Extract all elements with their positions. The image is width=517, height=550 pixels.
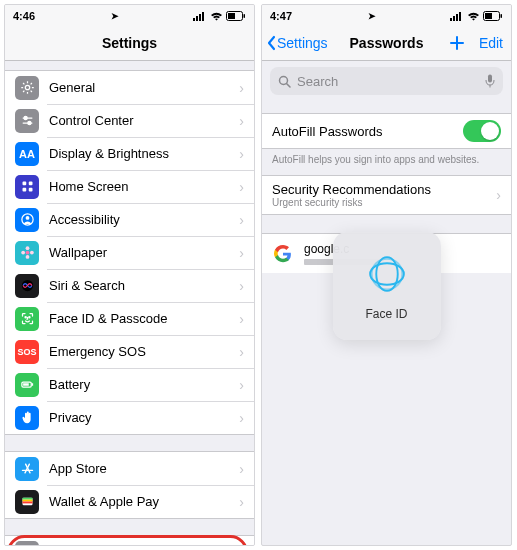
mic-icon[interactable] [485, 74, 495, 88]
hand-icon [15, 406, 39, 430]
autofill-switch[interactable] [463, 120, 501, 142]
svg-rect-12 [22, 182, 26, 186]
settings-row-battery[interactable]: Battery› [5, 368, 254, 401]
chevron-right-icon: › [239, 278, 244, 294]
row-label: Display & Brightness [49, 146, 239, 161]
svg-rect-3 [202, 12, 204, 21]
row-label: App Store [49, 461, 239, 476]
left-phone: 4:46 ➤ Settings General›Control Center›A… [4, 4, 255, 546]
wallet-icon [15, 490, 39, 514]
settings-row-privacy[interactable]: Privacy› [5, 401, 254, 434]
svg-point-7 [25, 85, 29, 89]
chevron-right-icon: › [239, 344, 244, 360]
settings-row-passwords[interactable]: Passwords› [5, 536, 254, 545]
row-label: Wallpaper [49, 245, 239, 260]
group-separator [5, 518, 254, 536]
page-title: Settings [102, 35, 157, 51]
aa-icon: AA [15, 142, 39, 166]
search-wrap: Search [262, 61, 511, 101]
gear-icon [15, 76, 39, 100]
faceid-label: Face ID [365, 307, 407, 321]
svg-rect-54 [501, 14, 503, 18]
svg-rect-49 [453, 16, 455, 21]
grid-icon [15, 175, 39, 199]
person-icon [15, 208, 39, 232]
signal-icon [450, 12, 464, 21]
settings-row-face-id-passcode[interactable]: Face ID & Passcode› [5, 302, 254, 335]
settings-row-control-center[interactable]: Control Center› [5, 104, 254, 137]
settings-list[interactable]: General›Control Center›AADisplay & Brigh… [5, 61, 254, 545]
security-recommendations-row[interactable]: Security Recommendations Urgent security… [262, 175, 511, 215]
search-input[interactable]: Search [270, 67, 503, 95]
svg-rect-27 [31, 383, 32, 386]
battery-icon [15, 373, 39, 397]
svg-point-21 [21, 251, 25, 255]
sos-icon: SOS [15, 340, 39, 364]
status-time: 4:47 [270, 10, 292, 22]
row-label: Emergency SOS [49, 344, 239, 359]
chevron-right-icon: › [239, 410, 244, 426]
chevron-right-icon: › [239, 212, 244, 228]
svg-point-59 [370, 263, 404, 284]
svg-rect-13 [28, 182, 32, 186]
row-label: Face ID & Passcode [49, 311, 239, 326]
autofill-label: AutoFill Passwords [272, 124, 383, 139]
settings-row-emergency-sos[interactable]: SOSEmergency SOS› [5, 335, 254, 368]
row-label: Privacy [49, 410, 239, 425]
svg-point-20 [25, 255, 29, 259]
row-label: Control Center [49, 113, 239, 128]
row-label: Wallet & Apple Pay [49, 494, 239, 509]
wifi-icon [210, 12, 223, 21]
chevron-right-icon: › [239, 494, 244, 510]
row-label: General [49, 80, 239, 95]
search-icon [278, 75, 291, 88]
status-time: 4:46 [13, 10, 35, 22]
battery-icon [226, 11, 246, 21]
status-right [450, 11, 503, 21]
settings-row-home-screen[interactable]: Home Screen› [5, 170, 254, 203]
chevron-right-icon: › [239, 377, 244, 393]
settings-row-siri-search[interactable]: Siri & Search› [5, 269, 254, 302]
security-subtitle: Urgent security risks [272, 197, 496, 208]
settings-row-wallet-apple-pay[interactable]: Wallet & Apple Pay› [5, 485, 254, 518]
key-icon [15, 541, 39, 546]
back-label: Settings [277, 35, 328, 51]
back-button[interactable]: Settings [266, 35, 328, 51]
svg-rect-6 [244, 14, 246, 18]
edit-button[interactable]: Edit [479, 35, 503, 51]
svg-rect-50 [456, 14, 458, 21]
chevron-right-icon: › [239, 245, 244, 261]
nav-bar: Settings [5, 25, 254, 61]
chevron-left-icon [266, 35, 277, 51]
status-bar: 4:46 ➤ [5, 5, 254, 25]
svg-point-10 [24, 116, 27, 119]
group-separator [5, 61, 254, 71]
siri-icon [15, 274, 39, 298]
battery-icon [483, 11, 503, 21]
svg-point-24 [25, 317, 26, 318]
svg-rect-34 [22, 500, 32, 502]
svg-point-11 [27, 121, 30, 124]
autofill-row[interactable]: AutoFill Passwords [262, 113, 511, 149]
svg-point-19 [25, 246, 29, 250]
svg-rect-5 [228, 13, 235, 19]
settings-row-general[interactable]: General› [5, 71, 254, 104]
settings-row-accessibility[interactable]: Accessibility› [5, 203, 254, 236]
chevron-right-icon: › [239, 146, 244, 162]
plus-icon[interactable] [449, 35, 465, 51]
status-loc-icon: ➤ [368, 11, 376, 21]
svg-point-58 [376, 257, 397, 291]
settings-row-app-store[interactable]: App Store› [5, 452, 254, 485]
settings-row-display-brightness[interactable]: AADisplay & Brightness› [5, 137, 254, 170]
svg-point-25 [28, 317, 29, 318]
appstore-icon [15, 457, 39, 481]
svg-rect-53 [485, 13, 492, 19]
svg-rect-1 [196, 16, 198, 21]
right-phone: 4:47 ➤ Settings Passwords Edit Search Au… [261, 4, 512, 546]
svg-rect-15 [28, 188, 32, 192]
svg-rect-0 [193, 18, 195, 21]
svg-point-22 [30, 251, 34, 255]
settings-row-wallpaper[interactable]: Wallpaper› [5, 236, 254, 269]
faceid-icon [364, 251, 410, 297]
chevron-right-icon: › [239, 461, 244, 477]
